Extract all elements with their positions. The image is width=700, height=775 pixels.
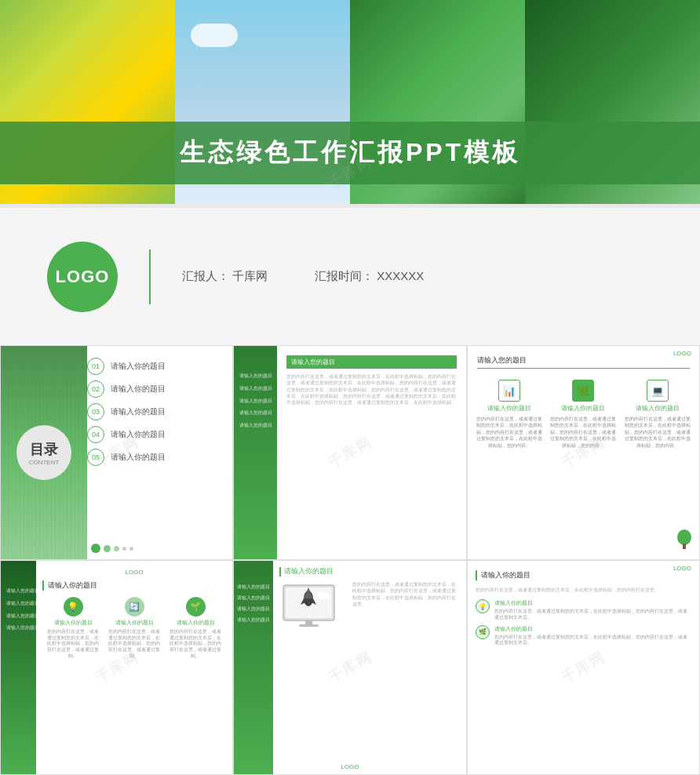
tree-decoration	[676, 528, 693, 553]
presenter-info: 汇报人： 千库网 汇报时间： XXXXXX	[182, 269, 424, 284]
list-items: 💡 请输入你的题目 您的内容打在这里，或者通过复制您的文本后，在此框中选择粘贴，…	[476, 599, 691, 646]
toc-item-4: 04 请输入你的题目	[87, 426, 224, 443]
logo-circle: LOGO	[47, 242, 118, 312]
slide6-monitor: 请输入您的题目 请输入您的题目 请输入您的题目 请输入您的题目 请输入你的题目	[233, 560, 466, 775]
bottom-dots	[91, 544, 133, 553]
main-title: 生态绿色工作汇报PPT模板	[0, 136, 700, 170]
slide4-header: 请输入您的题目	[468, 346, 699, 380]
slide3-title: 请输入您的题目	[286, 355, 456, 369]
slide7-title: 请输入你的题目	[476, 570, 691, 580]
toc-circle: 目录 CONTENT	[16, 425, 71, 480]
slide2-toc: 目录 CONTENT 01 请输入你的题目 02 请输入你的题目 03 请输入你…	[0, 345, 233, 560]
slide7-content: 请输入你的题目 您的内容打在这里，或者通过复制您的文本后，在此框中选择粘贴，您的…	[468, 561, 699, 656]
toc-item-5: 05 请输入你的题目	[87, 449, 224, 466]
slide5-sidebar: 请输入您的题目 请输入您的题目 请输入您的题目 请输入您的题目	[1, 561, 36, 774]
slide4-col-2: 🌿 请输入你的题目 您的内容打在这里，或者通过复制您的文本后，在此框中选择粘贴，…	[549, 380, 617, 449]
svg-point-10	[322, 594, 331, 600]
title-banner: 生态绿色工作汇报PPT模板	[0, 122, 700, 184]
svg-rect-1	[683, 544, 686, 549]
slide4-title: 请输入您的题目	[477, 355, 690, 369]
icon-col-1: 💡 请输入你的题目 您的内容打在这里，或者通过复制您的文本后，在此框中选择粘贴，…	[46, 597, 100, 659]
toc-item-2: 02 请输入你的题目	[87, 380, 224, 398]
slide4-col-1: 📊 请输入你的题目 您的内容打在这里，或者通过复制您的文本后，在此框中选择粘贴，…	[476, 380, 543, 449]
slide6-sidebar: 请输入您的题目 请输入您的题目 请输入您的题目 请输入您的题目	[234, 561, 273, 774]
slide3-main: 请输入您的题目 您的内容打在这里，或者通过复制您的文本后，在此框中选择粘贴，您的…	[277, 346, 465, 559]
slide6-text-block: 您的内容打在这里，或者通过复制您的文本后，在此框中选择粘贴，您的内容打在这里，或…	[352, 581, 459, 607]
svg-rect-12	[299, 624, 319, 627]
info-row: 汇报人： 千库网 汇报时间： XXXXXX	[182, 269, 424, 284]
monitor-area: 您的内容打在这里，或者通过复制您的文本后，在此框中选择粘贴，您的内容打在这里，或…	[279, 581, 459, 640]
toc-item-1: 01 请输入你的题目	[87, 358, 224, 375]
vertical-divider	[149, 249, 151, 304]
slide4-icons: LOGO 请输入您的题目 📊 请输入你的题目 您的内容打在这里，或者通过复制您的…	[467, 345, 700, 560]
slides-grid: 目录 CONTENT 01 请输入你的题目 02 请输入你的题目 03 请输入你…	[0, 345, 700, 775]
reporter-label: 汇报人： 千库网	[182, 269, 268, 284]
slide3-sidebar: 请输入您的题目 请输入您的题目 请输入您的题目 请输入您的题目 请输入您的题目	[234, 346, 277, 559]
time-value: XXXXXX	[377, 269, 424, 282]
toc-items: 01 请输入你的题目 02 请输入你的题目 03 请输入你的题目 04 请输入你…	[87, 358, 224, 551]
icon-box-3: 💻	[647, 380, 669, 402]
list-row-1: 💡 请输入你的题目 您的内容打在这里，或者通过复制您的文本后，在此框中选择粘贴，…	[476, 599, 691, 620]
slide3-content: 请输入您的题目 请输入您的题目 请输入您的题目 请输入您的题目 请输入您的题目 …	[233, 345, 466, 560]
slide5-logo: LOGO	[42, 569, 226, 576]
slide5-round-icons: 请输入您的题目 请输入您的题目 请输入您的题目 请输入您的题目 LOGO 请输入…	[0, 560, 233, 775]
toc-item-3: 03 请输入你的题目	[87, 403, 224, 420]
time-label: 汇报时间： XXXXXX	[315, 269, 424, 284]
slide7-intro: 您的内容打在这里，或者通过复制您的文本后，在此框中选择粘贴，您的内容打在这里。	[476, 587, 691, 593]
slide5-title: 请输入你的题目	[42, 580, 226, 591]
icon-col-2: 🔄 请输入你的题目 您的内容打在这里，或者通过复制您的文本后，在此框中选择粘贴，…	[108, 597, 161, 659]
three-icons-row: 💡 请输入你的题目 您的内容打在这里，或者通过复制您的文本后，在此框中选择粘贴，…	[42, 597, 226, 659]
monitor-svg	[279, 581, 346, 640]
slide4-logo: LOGO	[673, 350, 691, 357]
icon-box-2: 🌿	[572, 380, 594, 402]
icon-box-1: 📊	[498, 380, 520, 402]
reporter-name: 千库网	[232, 269, 268, 282]
slide7-list: LOGO 请输入你的题目 您的内容打在这里，或者通过复制您的文本后，在此框中选择…	[467, 560, 700, 775]
svg-rect-6	[305, 599, 312, 602]
svg-point-0	[677, 529, 691, 545]
sidebar-items: 请输入您的题目 请输入您的题目 请输入您的题目 请输入您的题目 请输入您的题目	[234, 346, 277, 559]
list-row-2: 🌿 请输入你的题目 您的内容打在这里，或者通过复制您的文本后，在此框中选择粘贴，…	[476, 625, 691, 646]
slide6-title: 请输入你的题目	[279, 567, 459, 577]
slide3-body: 您的内容打在这里，或者通过复制您的文本后，在此框中选择粘贴，您的内容打在这里，或…	[286, 373, 456, 406]
slide5-content: LOGO 请输入你的题目 💡 请输入你的题目 您的内容打在这里，或者通过复制您的…	[36, 561, 232, 774]
icon-col-3: 🌱 请输入你的题目 您的内容打在这里，或者通过复制您的文本后，在此框中选择粘贴，…	[169, 597, 222, 659]
slide4-col-3: 💻 请输入你的题目 您的内容打在这里，或者通过复制您的文本后，在此框中选择粘贴，…	[624, 380, 691, 449]
slide6-logo: LOGO	[341, 763, 359, 770]
slide1: 生态绿色工作汇报PPT模板 LOGO 汇报人： 千库网 汇报时间： XXXXXX…	[0, 0, 700, 345]
slide6-main: 请输入你的题目	[273, 561, 465, 774]
slide7-logo: LOGO	[673, 565, 691, 572]
slide4-cols: 📊 请输入你的题目 您的内容打在这里，或者通过复制您的文本后，在此框中选择粘贴，…	[468, 380, 699, 449]
slide1-bottom: LOGO 汇报人： 千库网 汇报时间： XXXXXX	[0, 208, 700, 345]
